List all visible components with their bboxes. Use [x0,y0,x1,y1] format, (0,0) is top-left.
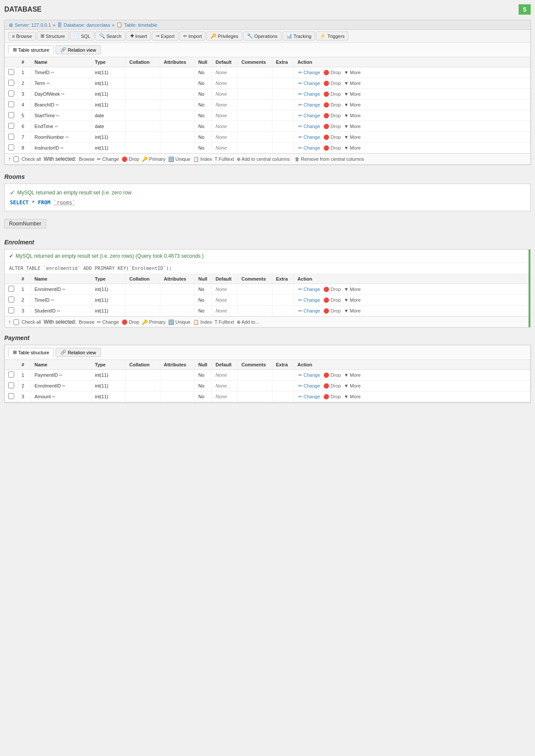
drop-action[interactable]: 🔴 Drop [322,297,342,303]
change-action[interactable]: ✏ Change [297,287,321,292]
drop-action[interactable]: 🔴 Drop [322,102,342,108]
row-checkbox[interactable] [8,286,14,292]
row-checkbox[interactable] [8,134,14,140]
more-action[interactable]: ▼ More [343,102,362,107]
change-action[interactable]: ✏ Change [297,383,321,389]
privileges-button[interactable]: 🔑 Privileges [206,31,242,41]
pencil-icon[interactable]: ✏ [59,373,63,378]
drop-action[interactable]: 🔴 Drop [322,70,342,75]
more-action[interactable]: ▼ More [343,91,362,97]
triggers-button[interactable]: ⚡ Triggers [316,31,348,41]
sql-button[interactable]: 📄 SQL [70,31,94,41]
more-action[interactable]: ▼ More [343,70,362,75]
drop-action[interactable]: 🔴 Drop [322,134,342,140]
change-action[interactable]: ✏ Change [297,134,321,140]
pencil-icon[interactable]: ✏ [47,81,50,86]
drop-action[interactable]: 🔴 Drop [322,287,342,292]
enrolment-check-all-button[interactable]: Check all [22,319,41,325]
row-checkbox[interactable] [8,91,14,97]
row-checkbox[interactable] [8,69,14,75]
row-checkbox[interactable] [8,307,14,313]
more-action[interactable]: ▼ More [343,394,362,399]
change-action[interactable]: ✏ Change [297,308,321,314]
more-action[interactable]: ▼ More [343,134,362,140]
e-bottom-fulltext-button[interactable]: T Fulltext [215,319,234,325]
more-action[interactable]: ▼ More [343,81,362,86]
e-bottom-browse-button[interactable]: Browse [79,319,95,325]
payment-tab-relation[interactable]: 🔗 Relation view [56,348,100,357]
change-action[interactable]: ✏ Change [297,297,321,303]
more-action[interactable]: ▼ More [343,287,362,292]
e-bottom-primary-button[interactable]: 🔑 Primary [142,319,166,325]
row-checkbox[interactable] [8,80,14,86]
change-action[interactable]: ✏ Change [297,145,321,151]
pencil-icon[interactable]: ✏ [62,384,66,388]
change-action[interactable]: ✏ Change [297,70,321,75]
more-action[interactable]: ▼ More [343,308,362,313]
row-checkbox[interactable] [8,297,14,303]
row-checkbox[interactable] [8,101,14,107]
change-action[interactable]: ✏ Change [297,102,321,108]
tracking-button[interactable]: 📊 Tracking [282,31,316,41]
browse-button[interactable]: ≡ Browse [8,32,36,41]
insert-button[interactable]: ✚ Insert [126,31,151,41]
bottom-index-button[interactable]: 📋 Index [193,156,212,162]
tab-table-structure[interactable]: ⊞ Table structure [8,45,54,54]
check-all-button[interactable]: Check all [22,156,41,162]
pencil-icon[interactable]: ✏ [66,135,69,140]
bottom-add-central-button[interactable]: ⊕ Add to central columns [237,156,290,162]
more-action[interactable]: ▼ More [343,113,362,118]
bottom-unique-button[interactable]: 🔢 Unique [168,156,191,162]
breadcrumb-database[interactable]: Database: danceclass [64,22,110,28]
row-checkbox[interactable] [8,372,14,378]
remove-central-button[interactable]: 🗑 Remove from central columns [295,156,364,162]
e-bottom-drop-button[interactable]: 🔴 Drop [122,319,139,325]
change-action[interactable]: ✏ Change [297,91,321,97]
export-button[interactable]: ⇒ Export [152,31,178,41]
pencil-icon[interactable]: ✏ [52,394,56,399]
more-action[interactable]: ▼ More [343,372,362,378]
drop-action[interactable]: 🔴 Drop [322,394,342,400]
pencil-icon[interactable]: ✏ [60,146,64,150]
row-checkbox[interactable] [8,112,14,118]
check-all-checkbox[interactable] [13,156,19,162]
more-action[interactable]: ▼ More [343,124,362,129]
search-button[interactable]: 🔍 Search [95,31,125,41]
drop-action[interactable]: 🔴 Drop [322,91,342,97]
e-bottom-unique-button[interactable]: 🔢 Unique [168,319,191,325]
pencil-icon[interactable]: ✏ [51,70,54,75]
row-checkbox[interactable] [8,393,14,399]
change-action[interactable]: ✏ Change [297,81,321,86]
drop-action[interactable]: 🔴 Drop [322,81,342,86]
pencil-icon[interactable]: ✏ [61,92,65,97]
pencil-icon[interactable]: ✏ [56,103,59,107]
tab-relation-view[interactable]: 🔗 Relation view [56,45,100,54]
drop-action[interactable]: 🔴 Drop [322,383,342,389]
row-checkbox[interactable] [8,123,14,129]
more-action[interactable]: ▼ More [343,145,362,150]
breadcrumb-table[interactable]: Table: timetable [124,22,157,28]
bottom-drop-button[interactable]: 🔴 Drop [122,156,139,162]
drop-action[interactable]: 🔴 Drop [322,145,342,151]
change-action[interactable]: ✏ Change [297,394,321,400]
bottom-primary-button[interactable]: 🔑 Primary [142,156,166,162]
change-action[interactable]: ✏ Change [297,124,321,129]
structure-button[interactable]: ⊞ Structure [37,31,69,41]
payment-tab-structure[interactable]: ⊞ Table structure [8,348,54,357]
e-bottom-add-central-button[interactable]: ⊕ Add to... [237,319,259,325]
pencil-icon[interactable]: ✏ [62,287,66,292]
drop-action[interactable]: 🔴 Drop [322,124,342,129]
row-checkbox[interactable] [8,144,14,150]
drop-action[interactable]: 🔴 Drop [322,372,342,378]
operations-button[interactable]: 🔧 Operations [243,31,282,41]
bottom-fulltext-button[interactable]: T Fulltext [215,156,234,162]
change-action[interactable]: ✏ Change [297,372,321,378]
change-action[interactable]: ✏ Change [297,113,321,119]
e-bottom-change-button[interactable]: ✏ Change [97,319,119,325]
bottom-change-button[interactable]: ✏ Change [97,156,119,162]
drop-action[interactable]: 🔴 Drop [322,308,342,314]
more-action[interactable]: ▼ More [343,383,362,388]
enrolment-check-all-checkbox[interactable] [13,319,19,325]
pencil-icon[interactable]: ✏ [57,309,60,313]
pencil-icon[interactable]: ✏ [56,113,59,118]
